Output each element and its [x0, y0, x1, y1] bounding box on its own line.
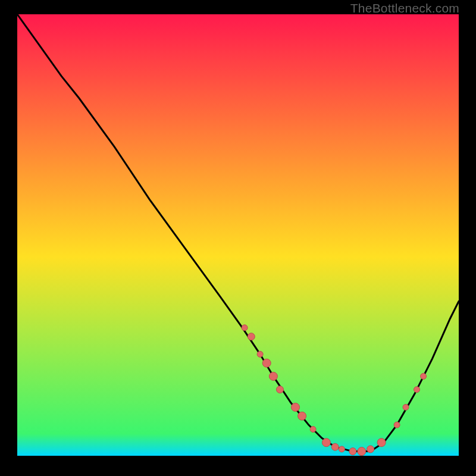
curve-marker	[242, 325, 248, 331]
curve-marker	[349, 448, 356, 455]
chart-svg	[17, 14, 459, 456]
curve-marker	[414, 387, 420, 393]
curve-marker	[358, 447, 366, 456]
curve-marker	[310, 427, 316, 433]
curve-marker	[403, 404, 409, 410]
chart-frame: TheBottleneck.com	[0, 0, 476, 476]
plot-area	[17, 14, 459, 456]
curve-marker	[339, 446, 345, 452]
curve-marker	[298, 412, 306, 420]
curve-marker	[262, 359, 271, 367]
curve-marker	[394, 422, 400, 428]
curve-marker	[292, 403, 300, 411]
curve-marker	[367, 446, 374, 453]
curve-marker	[377, 439, 386, 447]
curve-marker	[257, 351, 263, 357]
curve-marker	[248, 333, 255, 340]
curve-marker	[331, 443, 339, 450]
watermark-text: TheBottleneck.com	[350, 1, 459, 15]
curve-marker	[269, 372, 277, 380]
curve-marker	[277, 386, 284, 393]
curve-marker	[322, 439, 330, 447]
gradient-background	[17, 14, 459, 456]
curve-marker	[421, 373, 427, 379]
